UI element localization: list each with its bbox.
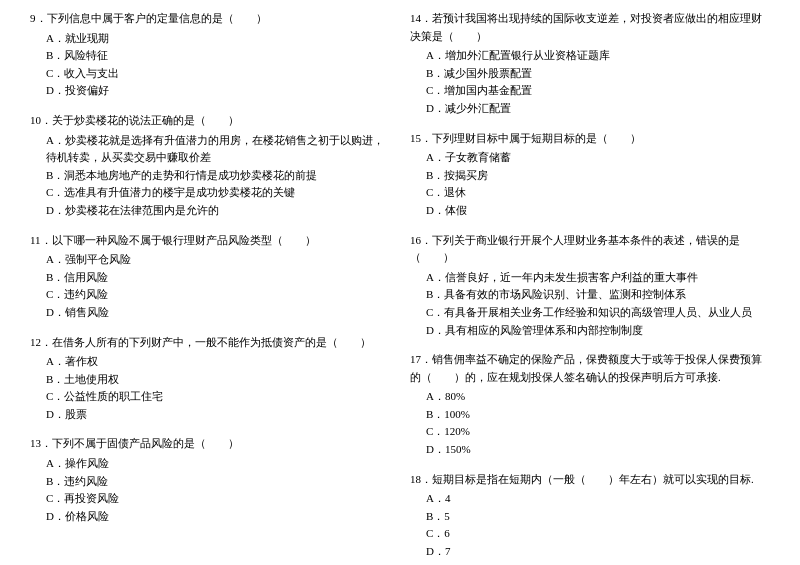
question-title-q11: 11．以下哪一种风险不属于银行理财产品风险类型（ ） — [30, 232, 390, 250]
question-title-q14: 14．若预计我国将出现持续的国际收支逆差，对投资者应做出的相应理财决策是（ ） — [410, 10, 770, 45]
option-q18-1: B．5 — [410, 508, 770, 526]
option-q12-3: D．股票 — [30, 406, 390, 424]
question-block-q14: 14．若预计我国将出现持续的国际收支逆差，对投资者应做出的相应理财决策是（ ）A… — [410, 10, 770, 118]
option-q17-2: C．120% — [410, 423, 770, 441]
option-q15-0: A．子女教育储蓄 — [410, 149, 770, 167]
option-q11-2: C．违约风险 — [30, 286, 390, 304]
question-block-q13: 13．下列不属于固债产品风险的是（ ）A．操作风险B．违约风险C．再投资风险D．… — [30, 435, 390, 525]
two-column-layout: 9．下列信息中属于客户的定量信息的是（ ）A．就业现期B．风险特征C．收入与支出… — [30, 10, 770, 565]
page-container: 9．下列信息中属于客户的定量信息的是（ ）A．就业现期B．风险特征C．收入与支出… — [30, 10, 770, 565]
option-q11-0: A．强制平仓风险 — [30, 251, 390, 269]
option-q13-0: A．操作风险 — [30, 455, 390, 473]
question-block-q18: 18．短期目标是指在短期内（一般（ ）年左右）就可以实现的目标.A．4B．5C．… — [410, 471, 770, 561]
option-q17-1: B．100% — [410, 406, 770, 424]
option-q12-2: C．公益性质的职工住宅 — [30, 388, 390, 406]
question-block-q9: 9．下列信息中属于客户的定量信息的是（ ）A．就业现期B．风险特征C．收入与支出… — [30, 10, 390, 100]
option-q16-1: B．具备有效的市场风险识别、计量、监测和控制体系 — [410, 286, 770, 304]
option-q13-2: C．再投资风险 — [30, 490, 390, 508]
question-title-q18: 18．短期目标是指在短期内（一般（ ）年左右）就可以实现的目标. — [410, 471, 770, 489]
left-column: 9．下列信息中属于客户的定量信息的是（ ）A．就业现期B．风险特征C．收入与支出… — [30, 10, 390, 565]
question-title-q16: 16．下列关于商业银行开展个人理财业务基本条件的表述，错误的是（ ） — [410, 232, 770, 267]
question-block-q17: 17．销售佣率益不确定的保险产品，保费额度大于或等于投保人保费预算的（ ）的，应… — [410, 351, 770, 459]
question-sub-q10: A．炒卖楼花就是选择有升值潜力的用房，在楼花销售之初于以购进，待机转卖，从买卖交… — [30, 132, 390, 167]
question-title-q13: 13．下列不属于固债产品风险的是（ ） — [30, 435, 390, 453]
option-q17-3: D．150% — [410, 441, 770, 459]
option-q18-0: A．4 — [410, 490, 770, 508]
option-q15-1: B．按揭买房 — [410, 167, 770, 185]
right-column: 14．若预计我国将出现持续的国际收支逆差，对投资者应做出的相应理财决策是（ ）A… — [410, 10, 770, 565]
option-q14-0: A．增加外汇配置银行从业资格证题库 — [410, 47, 770, 65]
option-q16-0: A．信誉良好，近一年内未发生损害客户利益的重大事件 — [410, 269, 770, 287]
option-q11-1: B．信用风险 — [30, 269, 390, 287]
option-q10-2: D．炒卖楼花在法律范围内是允许的 — [30, 202, 390, 220]
question-block-q10: 10．关于炒卖楼花的说法正确的是（ ）A．炒卖楼花就是选择有升值潜力的用房，在楼… — [30, 112, 390, 220]
option-q14-1: B．减少国外股票配置 — [410, 65, 770, 83]
option-q13-1: B．违约风险 — [30, 473, 390, 491]
question-title-q10: 10．关于炒卖楼花的说法正确的是（ ） — [30, 112, 390, 130]
option-q12-0: A．著作权 — [30, 353, 390, 371]
option-q9-0: A．就业现期 — [30, 30, 390, 48]
option-q9-2: C．收入与支出 — [30, 65, 390, 83]
option-q11-3: D．销售风险 — [30, 304, 390, 322]
question-title-q9: 9．下列信息中属于客户的定量信息的是（ ） — [30, 10, 390, 28]
option-q9-3: D．投资偏好 — [30, 82, 390, 100]
option-q14-2: C．增加国内基金配置 — [410, 82, 770, 100]
question-block-q15: 15．下列理财目标中属于短期目标的是（ ）A．子女教育储蓄B．按揭买房C．退休D… — [410, 130, 770, 220]
option-q14-3: D．减少外汇配置 — [410, 100, 770, 118]
question-block-q16: 16．下列关于商业银行开展个人理财业务基本条件的表述，错误的是（ ）A．信誉良好… — [410, 232, 770, 340]
option-q13-3: D．价格风险 — [30, 508, 390, 526]
question-title-q15: 15．下列理财目标中属于短期目标的是（ ） — [410, 130, 770, 148]
option-q18-2: C．6 — [410, 525, 770, 543]
option-q15-2: C．退休 — [410, 184, 770, 202]
option-q16-3: D．具有相应的风险管理体系和内部控制制度 — [410, 322, 770, 340]
option-q10-0: B．洞悉本地房地产的走势和行情是成功炒卖楼花的前提 — [30, 167, 390, 185]
option-q17-0: A．80% — [410, 388, 770, 406]
option-q15-3: D．体假 — [410, 202, 770, 220]
question-title-q17: 17．销售佣率益不确定的保险产品，保费额度大于或等于投保人保费预算的（ ）的，应… — [410, 351, 770, 386]
option-q12-1: B．土地使用权 — [30, 371, 390, 389]
option-q18-3: D．7 — [410, 543, 770, 561]
option-q9-1: B．风险特征 — [30, 47, 390, 65]
option-q10-1: C．选准具有升值潜力的楼宇是成功炒卖楼花的关键 — [30, 184, 390, 202]
question-block-q11: 11．以下哪一种风险不属于银行理财产品风险类型（ ）A．强制平仓风险B．信用风险… — [30, 232, 390, 322]
question-title-q12: 12．在借务人所有的下列财产中，一般不能作为抵债资产的是（ ） — [30, 334, 390, 352]
question-block-q12: 12．在借务人所有的下列财产中，一般不能作为抵债资产的是（ ）A．著作权B．土地… — [30, 334, 390, 424]
option-q16-2: C．有具备开展相关业务工作经验和知识的高级管理人员、从业人员 — [410, 304, 770, 322]
